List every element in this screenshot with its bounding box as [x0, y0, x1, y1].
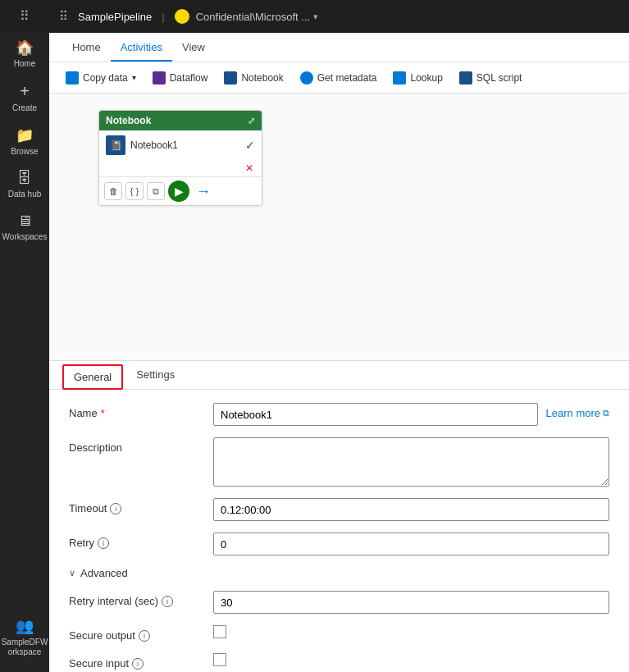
advanced-chevron-icon: ∨ [69, 568, 75, 578]
lookup-label: Lookup [410, 72, 442, 84]
props-row-secure-output: Secure output i [69, 625, 609, 642]
topbar: ⠿ SamplePipeline | Confidential\Microsof… [49, 0, 629, 33]
sidebar-item-home[interactable]: 🏠 Home [0, 32, 49, 75]
metadata-icon [300, 71, 313, 85]
sql-script-button[interactable]: SQL script [453, 68, 529, 88]
retry-info-icon: i [98, 537, 109, 549]
dataflow-button[interactable]: Dataflow [146, 68, 215, 88]
confidential-icon [175, 9, 189, 24]
get-metadata-button[interactable]: Get metadata [294, 68, 384, 88]
lookup-button[interactable]: Lookup [386, 68, 449, 88]
secure-output-field [213, 625, 609, 638]
datahub-icon: 🗄 [17, 170, 32, 187]
sidebar: ⠿ 🏠 Home + Create 📁 Browse 🗄 Data hub 🖥 … [0, 0, 49, 672]
tab-home[interactable]: Home [62, 34, 111, 62]
pipeline-canvas-area: Notebook ⤢ 📓 Notebook1 ✓ ✕ 🗑 { } [49, 94, 629, 360]
topbar-chevron-icon[interactable]: ▾ [313, 11, 318, 22]
node-error-icon: ✕ [245, 162, 253, 174]
dataflow-icon [153, 71, 166, 85]
retry-interval-label: Retry interval (sec) i [69, 591, 200, 607]
props-row-retry: Retry i [69, 533, 609, 555]
topbar-workspace-name: Confidential\Microsoft ... ▾ [196, 11, 318, 23]
secure-input-checkbox[interactable] [213, 653, 226, 666]
advanced-section[interactable]: ∨ Advanced [69, 567, 609, 579]
retry-interval-input[interactable] [213, 591, 609, 614]
pipeline-canvas: Notebook ⤢ 📓 Notebook1 ✓ ✕ 🗑 { } [98, 110, 262, 206]
node-next-button[interactable]: → [196, 183, 211, 200]
props-tab-general[interactable]: General [62, 364, 123, 390]
notebook-node[interactable]: Notebook ⤢ 📓 Notebook1 ✓ ✕ 🗑 { } [98, 110, 262, 206]
secure-output-label: Secure output i [69, 625, 200, 642]
sidebar-label-create: Create [12, 103, 37, 113]
name-input[interactable] [213, 403, 538, 426]
notebook-toolbar-icon [224, 71, 237, 85]
sql-script-label: SQL script [476, 72, 522, 84]
sidebar-item-sampledfw[interactable]: 👥 SampleDFW orkspace [0, 610, 49, 664]
timeout-label: Timeout i [69, 498, 200, 514]
node-status-row: ✕ [99, 160, 262, 176]
props-content: Name * Learn more ⧉ Description [49, 390, 629, 672]
sidebar-item-create[interactable]: + Create [0, 75, 49, 120]
retry-interval-info-icon: i [162, 596, 173, 607]
retry-input[interactable] [213, 533, 609, 555]
notebook-activity-icon: 📓 [106, 135, 125, 155]
advanced-label: Advanced [80, 567, 128, 579]
notebook-node-title: Notebook [106, 115, 151, 126]
activity-toolbar: Copy data ▾ Dataflow Notebook Get metada… [49, 62, 629, 94]
description-field [213, 437, 609, 487]
secure-input-info-icon: i [132, 658, 144, 670]
retry-field [213, 533, 609, 555]
notebook-node-header: Notebook ⤢ [99, 111, 262, 130]
name-required-star: * [101, 407, 105, 419]
learn-more-link[interactable]: Learn more ⧉ [546, 403, 609, 419]
expand-icon[interactable]: ⤢ [248, 116, 255, 126]
sql-icon [459, 71, 472, 85]
sidebar-item-datahub[interactable]: 🗄 Data hub [0, 163, 49, 206]
sidebar-label-workspaces: Workspaces [2, 232, 48, 242]
node-delete-button[interactable]: 🗑 [104, 182, 122, 200]
secure-input-field [213, 653, 609, 666]
sidebar-item-workspaces[interactable]: 🖥 Workspaces [0, 206, 49, 249]
copy-data-label: Copy data [83, 72, 128, 84]
topbar-grid-icon: ⠿ [59, 9, 68, 24]
create-icon: + [20, 82, 30, 101]
nav-tabs: Home Activities View [49, 33, 629, 62]
sampledfw-icon: 👥 [16, 617, 34, 635]
props-tab-settings[interactable]: Settings [126, 361, 185, 390]
node-json-button[interactable]: { } [125, 182, 144, 200]
secure-output-checkbox[interactable] [213, 625, 226, 638]
tab-view[interactable]: View [172, 34, 215, 62]
node-toolbar: 🗑 { } ⧉ ▶ → [99, 176, 262, 205]
notebook-node-body: 📓 Notebook1 ✓ [99, 130, 262, 160]
notebook-activity-name: Notebook1 [130, 139, 240, 151]
props-row-timeout: Timeout i [69, 498, 609, 521]
sidebar-top: ⠿ [0, 0, 49, 32]
description-input[interactable] [213, 437, 609, 487]
sidebar-label-browse: Browse [11, 147, 38, 157]
notebook-button[interactable]: Notebook [217, 68, 289, 88]
props-row-name: Name * Learn more ⧉ [69, 403, 609, 426]
workspaces-icon: 🖥 [17, 213, 32, 230]
notebook-label: Notebook [241, 72, 283, 84]
description-label: Description [69, 437, 200, 454]
get-metadata-label: Get metadata [317, 72, 377, 84]
node-run-button[interactable]: ▶ [168, 181, 189, 202]
tab-activities[interactable]: Activities [111, 34, 172, 62]
lookup-icon [393, 71, 406, 85]
secure-input-label: Secure input i [69, 653, 200, 670]
props-row-secure-input: Secure input i [69, 653, 609, 670]
node-copy-button[interactable]: ⧉ [147, 182, 165, 200]
external-link-icon: ⧉ [603, 408, 609, 418]
name-label: Name * [69, 403, 200, 419]
retry-label: Retry i [69, 533, 200, 549]
props-row-description: Description [69, 437, 609, 487]
sidebar-item-browse[interactable]: 📁 Browse [0, 120, 49, 163]
home-icon: 🏠 [16, 39, 34, 57]
topbar-separator: | [162, 11, 164, 23]
main-area: ⠿ SamplePipeline | Confidential\Microsof… [49, 0, 629, 672]
retry-interval-field [213, 591, 609, 614]
timeout-input[interactable] [213, 498, 609, 521]
copy-data-button[interactable]: Copy data ▾ [59, 68, 143, 88]
copy-data-icon [66, 71, 79, 85]
copy-data-chevron-icon: ▾ [132, 73, 136, 82]
